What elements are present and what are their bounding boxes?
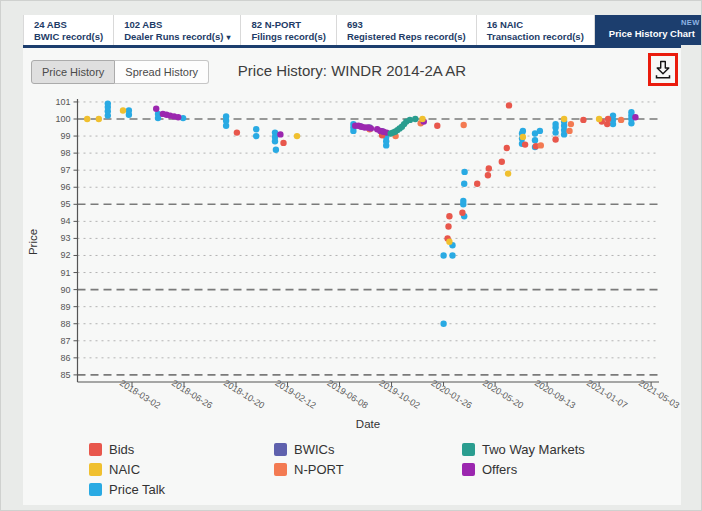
- svg-text:2018-06-26: 2018-06-26: [170, 378, 214, 411]
- tab-label: BWIC record(s): [34, 31, 103, 43]
- download-icon: [654, 60, 672, 80]
- svg-text:94: 94: [60, 216, 70, 226]
- legend-swatch: [89, 463, 102, 476]
- svg-text:Price: Price: [27, 229, 39, 255]
- svg-text:99: 99: [60, 131, 70, 141]
- tab-count: 693: [347, 19, 466, 31]
- tab-label: Price History Chart: [609, 28, 695, 43]
- tab-count: 102 ABS: [124, 19, 230, 31]
- svg-text:2019-02-12: 2019-02-12: [273, 378, 317, 411]
- legend-item[interactable]: BWICs: [274, 439, 344, 459]
- legend-label: Offers: [482, 462, 517, 477]
- svg-text:90: 90: [60, 285, 70, 295]
- svg-text:93: 93: [60, 233, 70, 243]
- tab-label: Transaction record(s): [487, 31, 584, 43]
- new-badge: NEW: [681, 18, 700, 27]
- legend-swatch: [274, 463, 287, 476]
- legend-column: BWICsN-PORT: [274, 439, 344, 479]
- svg-text:2021-05-03: 2021-05-03: [637, 378, 681, 411]
- svg-text:86: 86: [60, 353, 70, 363]
- svg-text:95: 95: [60, 199, 70, 209]
- legend-item[interactable]: Bids: [89, 439, 165, 459]
- tab-nport-filings[interactable]: 82 N-PORT Filings record(s): [241, 15, 336, 45]
- legend-swatch: [462, 463, 475, 476]
- legend-item[interactable]: Offers: [462, 459, 585, 479]
- tab-label: Registered Reps record(s): [347, 31, 466, 43]
- legend-item[interactable]: NAIC: [89, 459, 165, 479]
- price-history-chart[interactable]: 8586878889909192939495969798991001012018…: [23, 87, 681, 439]
- legend-swatch: [89, 483, 102, 496]
- svg-text:101: 101: [55, 97, 70, 107]
- legend-label: Bids: [109, 442, 134, 457]
- legend-label: BWICs: [294, 442, 334, 457]
- legend-swatch: [89, 443, 102, 456]
- chevron-down-icon[interactable]: ▾: [226, 33, 230, 42]
- svg-text:2019-10-02: 2019-10-02: [377, 378, 421, 411]
- svg-text:2020-09-13: 2020-09-13: [533, 378, 577, 411]
- svg-text:Date: Date: [356, 418, 380, 430]
- svg-text:89: 89: [60, 302, 70, 312]
- tab-count: 16 NAIC: [487, 19, 584, 31]
- svg-text:2018-10-20: 2018-10-20: [222, 378, 266, 411]
- svg-text:2021-01-07: 2021-01-07: [585, 378, 629, 411]
- svg-text:2020-05-20: 2020-05-20: [481, 378, 525, 411]
- legend-column: Two Way MarketsOffers: [462, 439, 585, 479]
- svg-text:87: 87: [60, 336, 70, 346]
- legend-label: Two Way Markets: [482, 442, 585, 457]
- legend-item[interactable]: Price Talk: [89, 479, 165, 499]
- chart-panel: Price History Spread History Price Histo…: [23, 48, 681, 505]
- svg-text:88: 88: [60, 319, 70, 329]
- tab-registered-reps[interactable]: 693 Registered Reps record(s): [337, 15, 477, 45]
- tab-abs-dealer-runs[interactable]: 102 ABS Dealer Runs record(s)▾: [114, 15, 241, 45]
- legend-column: BidsNAICPrice Talk: [89, 439, 165, 499]
- page-title: Price History: WINDR 2014-2A AR: [23, 62, 681, 79]
- tab-price-history-chart[interactable]: NEW Price History Chart: [595, 15, 702, 45]
- tab-label: Filings record(s): [251, 31, 325, 43]
- legend-label: Price Talk: [109, 482, 165, 497]
- svg-text:96: 96: [60, 182, 70, 192]
- tab-abs-bwic[interactable]: 24 ABS BWIC record(s): [23, 15, 114, 45]
- tab-count: 24 ABS: [34, 19, 103, 31]
- svg-text:2019-06-08: 2019-06-08: [325, 378, 369, 411]
- svg-text:2018-03-02: 2018-03-02: [118, 378, 162, 411]
- svg-text:98: 98: [60, 148, 70, 158]
- tab-count: 82 N-PORT: [251, 19, 325, 31]
- legend-swatch: [274, 443, 287, 456]
- legend-item[interactable]: N-PORT: [274, 459, 344, 479]
- legend-label: NAIC: [109, 462, 140, 477]
- tab-bar: 24 ABS BWIC record(s) 102 ABS Dealer Run…: [23, 15, 702, 45]
- app-window: 24 ABS BWIC record(s) 102 ABS Dealer Run…: [0, 0, 702, 511]
- svg-text:97: 97: [60, 165, 70, 175]
- tab-naic-transactions[interactable]: 16 NAIC Transaction record(s): [477, 15, 595, 45]
- svg-text:92: 92: [60, 250, 70, 260]
- legend-swatch: [462, 443, 475, 456]
- svg-text:2020-01-26: 2020-01-26: [429, 378, 473, 411]
- svg-text:100: 100: [55, 114, 70, 124]
- download-button[interactable]: [648, 53, 678, 86]
- legend-label: N-PORT: [294, 462, 344, 477]
- legend-item[interactable]: Two Way Markets: [462, 439, 585, 459]
- svg-text:85: 85: [60, 370, 70, 380]
- tab-label: Dealer Runs record(s)▾: [124, 31, 230, 44]
- svg-text:91: 91: [60, 268, 70, 278]
